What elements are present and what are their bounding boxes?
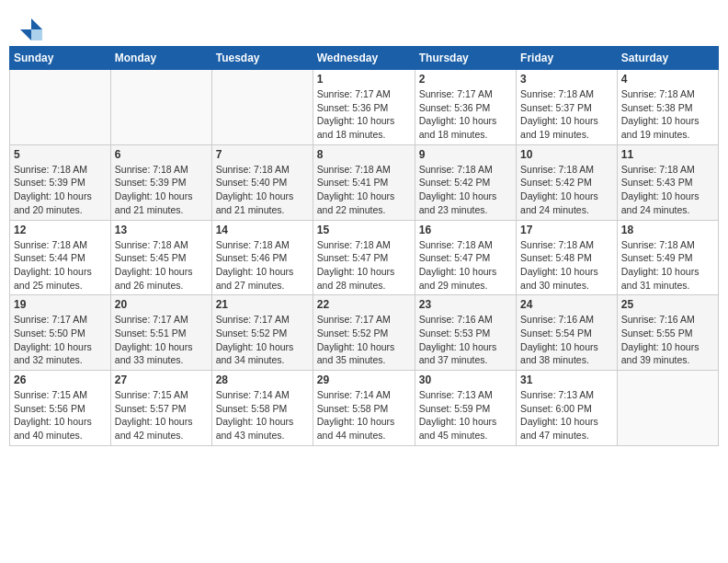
- calendar-week-row: 26Sunrise: 7:15 AM Sunset: 5:56 PM Dayli…: [10, 371, 719, 446]
- weekday-header-saturday: Saturday: [617, 47, 718, 70]
- day-info: Sunrise: 7:18 AM Sunset: 5:47 PM Dayligh…: [317, 238, 411, 293]
- calendar-header-row: SundayMondayTuesdayWednesdayThursdayFrid…: [10, 47, 719, 70]
- day-number: 31: [520, 373, 613, 386]
- weekday-header-wednesday: Wednesday: [313, 47, 415, 70]
- day-info: Sunrise: 7:16 AM Sunset: 5:55 PM Dayligh…: [621, 313, 714, 367]
- day-number: 7: [216, 148, 309, 161]
- day-number: 24: [520, 298, 613, 311]
- day-number: 14: [216, 224, 309, 236]
- day-number: 19: [14, 298, 107, 311]
- day-info: Sunrise: 7:18 AM Sunset: 5:43 PM Dayligh…: [621, 163, 714, 217]
- calendar-cell: 29Sunrise: 7:14 AM Sunset: 5:58 PM Dayli…: [313, 371, 415, 446]
- calendar-cell: 10Sunrise: 7:18 AM Sunset: 5:42 PM Dayli…: [517, 144, 618, 220]
- day-number: 21: [216, 298, 309, 311]
- calendar-cell: 20Sunrise: 7:17 AM Sunset: 5:51 PM Dayli…: [110, 295, 211, 371]
- day-number: 18: [621, 224, 714, 236]
- day-number: 20: [115, 298, 208, 311]
- day-info: Sunrise: 7:17 AM Sunset: 5:52 PM Dayligh…: [317, 313, 411, 367]
- calendar-cell: 4Sunrise: 7:18 AM Sunset: 5:38 PM Daylig…: [617, 70, 718, 145]
- weekday-header-tuesday: Tuesday: [211, 47, 313, 70]
- calendar-week-row: 5Sunrise: 7:18 AM Sunset: 5:39 PM Daylig…: [10, 144, 719, 220]
- calendar-body: 1Sunrise: 7:17 AM Sunset: 5:36 PM Daylig…: [10, 70, 719, 446]
- day-info: Sunrise: 7:17 AM Sunset: 5:36 PM Dayligh…: [317, 87, 411, 142]
- day-number: 30: [419, 373, 512, 386]
- calendar-cell: 30Sunrise: 7:13 AM Sunset: 5:59 PM Dayli…: [415, 371, 516, 446]
- calendar-cell: 5Sunrise: 7:18 AM Sunset: 5:39 PM Daylig…: [10, 144, 111, 220]
- calendar-cell: 15Sunrise: 7:18 AM Sunset: 5:47 PM Dayli…: [313, 220, 415, 295]
- day-number: 17: [520, 224, 613, 236]
- day-info: Sunrise: 7:16 AM Sunset: 5:54 PM Dayligh…: [520, 313, 613, 367]
- day-number: 2: [419, 73, 512, 86]
- calendar-cell: 31Sunrise: 7:13 AM Sunset: 6:00 PM Dayli…: [517, 371, 618, 446]
- day-info: Sunrise: 7:14 AM Sunset: 5:58 PM Dayligh…: [317, 388, 411, 442]
- calendar-cell: 27Sunrise: 7:15 AM Sunset: 5:57 PM Dayli…: [110, 371, 211, 446]
- page-header: [9, 9, 719, 46]
- calendar-cell: [10, 70, 111, 145]
- calendar-cell: [617, 371, 718, 446]
- calendar-cell: 8Sunrise: 7:18 AM Sunset: 5:41 PM Daylig…: [313, 144, 415, 220]
- calendar-week-row: 1Sunrise: 7:17 AM Sunset: 5:36 PM Daylig…: [10, 70, 719, 145]
- calendar-cell: 16Sunrise: 7:18 AM Sunset: 5:47 PM Dayli…: [415, 220, 516, 295]
- day-number: 23: [419, 298, 512, 311]
- day-info: Sunrise: 7:18 AM Sunset: 5:45 PM Dayligh…: [115, 238, 208, 293]
- calendar-cell: 22Sunrise: 7:17 AM Sunset: 5:52 PM Dayli…: [313, 295, 415, 371]
- calendar-cell: 17Sunrise: 7:18 AM Sunset: 5:48 PM Dayli…: [517, 220, 618, 295]
- day-number: 13: [115, 224, 208, 236]
- day-number: 5: [14, 148, 107, 161]
- weekday-header-friday: Friday: [517, 47, 618, 70]
- calendar-cell: 2Sunrise: 7:17 AM Sunset: 5:36 PM Daylig…: [415, 70, 516, 145]
- day-info: Sunrise: 7:18 AM Sunset: 5:40 PM Dayligh…: [216, 163, 309, 217]
- day-info: Sunrise: 7:18 AM Sunset: 5:44 PM Dayligh…: [14, 238, 107, 293]
- day-info: Sunrise: 7:17 AM Sunset: 5:36 PM Dayligh…: [419, 87, 512, 142]
- day-number: 27: [115, 373, 208, 386]
- day-number: 8: [317, 148, 411, 161]
- day-number: 10: [520, 148, 613, 161]
- day-info: Sunrise: 7:18 AM Sunset: 5:47 PM Dayligh…: [419, 238, 512, 293]
- calendar-cell: 26Sunrise: 7:15 AM Sunset: 5:56 PM Dayli…: [10, 371, 111, 446]
- calendar-table: SundayMondayTuesdayWednesdayThursdayFrid…: [9, 46, 719, 446]
- calendar-cell: 19Sunrise: 7:17 AM Sunset: 5:50 PM Dayli…: [10, 295, 111, 371]
- day-info: Sunrise: 7:18 AM Sunset: 5:42 PM Dayligh…: [419, 163, 512, 217]
- day-number: 15: [317, 224, 411, 236]
- day-info: Sunrise: 7:18 AM Sunset: 5:38 PM Dayligh…: [621, 87, 714, 142]
- day-info: Sunrise: 7:18 AM Sunset: 5:37 PM Dayligh…: [520, 87, 613, 142]
- day-number: 28: [216, 373, 309, 386]
- calendar-cell: 18Sunrise: 7:18 AM Sunset: 5:49 PM Dayli…: [617, 220, 718, 295]
- calendar-cell: 25Sunrise: 7:16 AM Sunset: 5:55 PM Dayli…: [617, 295, 718, 371]
- day-info: Sunrise: 7:17 AM Sunset: 5:52 PM Dayligh…: [216, 313, 309, 367]
- calendar-cell: 21Sunrise: 7:17 AM Sunset: 5:52 PM Dayli…: [211, 295, 313, 371]
- day-number: 3: [520, 73, 613, 86]
- logo: [18, 17, 48, 42]
- calendar-cell: [211, 70, 313, 145]
- day-info: Sunrise: 7:15 AM Sunset: 5:57 PM Dayligh…: [115, 388, 208, 442]
- day-number: 1: [317, 73, 411, 86]
- calendar-week-row: 19Sunrise: 7:17 AM Sunset: 5:50 PM Dayli…: [10, 295, 719, 371]
- day-number: 29: [317, 373, 411, 386]
- calendar-cell: 3Sunrise: 7:18 AM Sunset: 5:37 PM Daylig…: [517, 70, 618, 145]
- day-info: Sunrise: 7:18 AM Sunset: 5:42 PM Dayligh…: [520, 163, 613, 217]
- calendar-cell: 23Sunrise: 7:16 AM Sunset: 5:53 PM Dayli…: [415, 295, 516, 371]
- day-number: 26: [14, 373, 107, 386]
- svg-marker-0: [31, 18, 42, 29]
- calendar-cell: 7Sunrise: 7:18 AM Sunset: 5:40 PM Daylig…: [211, 144, 313, 220]
- day-info: Sunrise: 7:14 AM Sunset: 5:58 PM Dayligh…: [216, 388, 309, 442]
- calendar-week-row: 12Sunrise: 7:18 AM Sunset: 5:44 PM Dayli…: [10, 220, 719, 295]
- day-info: Sunrise: 7:18 AM Sunset: 5:46 PM Dayligh…: [216, 238, 309, 293]
- day-info: Sunrise: 7:13 AM Sunset: 6:00 PM Dayligh…: [520, 388, 613, 442]
- day-number: 6: [115, 148, 208, 161]
- day-info: Sunrise: 7:13 AM Sunset: 5:59 PM Dayligh…: [419, 388, 512, 442]
- calendar-cell: 28Sunrise: 7:14 AM Sunset: 5:58 PM Dayli…: [211, 371, 313, 446]
- day-number: 16: [419, 224, 512, 236]
- day-info: Sunrise: 7:18 AM Sunset: 5:39 PM Dayligh…: [14, 163, 107, 217]
- day-info: Sunrise: 7:18 AM Sunset: 5:41 PM Dayligh…: [317, 163, 411, 217]
- svg-marker-1: [20, 29, 31, 40]
- day-number: 25: [621, 298, 714, 311]
- day-number: 9: [419, 148, 512, 161]
- weekday-header-monday: Monday: [110, 47, 211, 70]
- calendar-cell: 1Sunrise: 7:17 AM Sunset: 5:36 PM Daylig…: [313, 70, 415, 145]
- day-info: Sunrise: 7:18 AM Sunset: 5:48 PM Dayligh…: [520, 238, 613, 293]
- calendar-cell: 13Sunrise: 7:18 AM Sunset: 5:45 PM Dayli…: [110, 220, 211, 295]
- weekday-header-thursday: Thursday: [415, 47, 516, 70]
- weekday-header-sunday: Sunday: [10, 47, 111, 70]
- day-info: Sunrise: 7:17 AM Sunset: 5:51 PM Dayligh…: [115, 313, 208, 367]
